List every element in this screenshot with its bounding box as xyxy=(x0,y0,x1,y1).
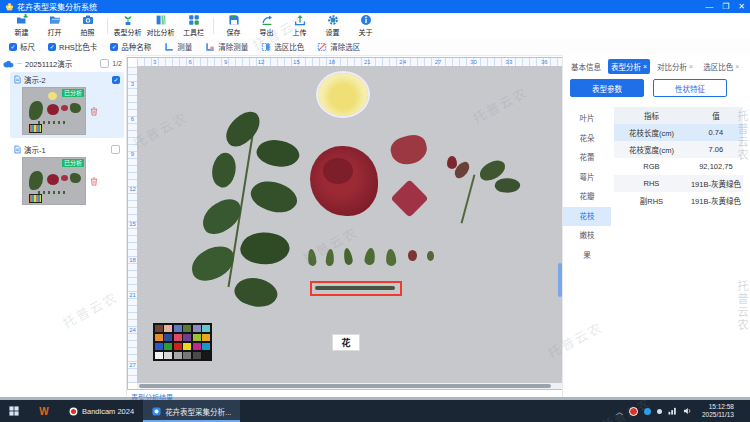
tray-bandicam-icon[interactable] xyxy=(629,407,638,416)
ruler-tick-label: 33 xyxy=(491,58,526,66)
flower-bud xyxy=(447,156,457,169)
rhs-card-checkbox[interactable]: ✓ RHS比色卡 xyxy=(48,41,97,52)
item-checkbox[interactable] xyxy=(111,145,120,154)
new-button[interactable]: 新建 xyxy=(5,14,38,37)
sidebar-group-row[interactable]: ─ 20251112演示 1/2 xyxy=(0,55,126,71)
tab-region-color[interactable]: 选区比色 × xyxy=(700,59,742,74)
variety-label: 花 xyxy=(332,334,360,351)
tab-close-icon[interactable]: × xyxy=(735,63,739,70)
horizontal-scrollbar[interactable] xyxy=(137,383,562,389)
scrollbar-thumb[interactable] xyxy=(139,384,551,388)
tab-basic-info[interactable]: 基本信息 xyxy=(568,59,604,74)
list-item[interactable]: 演示-1 已分析 xyxy=(10,142,124,208)
group-label: 20251112演示 xyxy=(25,58,72,69)
clock[interactable]: 15:12:58 2025/11/13 xyxy=(702,403,734,419)
toolbox-button[interactable]: 工具栏 xyxy=(177,14,210,37)
start-button[interactable] xyxy=(0,400,28,422)
category-flower-branch[interactable]: 花枝 xyxy=(563,207,611,227)
region-color-button[interactable]: 选区比色 xyxy=(261,41,304,52)
category-leaf[interactable]: 叶片 xyxy=(563,109,611,129)
volume-icon[interactable] xyxy=(683,407,692,415)
leaf xyxy=(206,150,242,191)
tray-blue-app-icon[interactable] xyxy=(644,408,651,415)
taskbar-app-flower-system[interactable]: 花卉表型采集分析... xyxy=(143,400,240,422)
close-button[interactable]: ✕ xyxy=(738,0,745,13)
ruler-tick-label: 9 xyxy=(208,58,243,66)
thumb-color-card xyxy=(29,124,42,133)
measure-button[interactable]: 测量 xyxy=(164,41,192,52)
rose-flower-center xyxy=(323,158,353,184)
phenotype-analysis-button[interactable]: 表型分析 xyxy=(111,14,144,37)
table-row: RGB 92,102,75 xyxy=(614,158,743,175)
tree-expander-icon[interactable]: ─ xyxy=(17,60,22,67)
save-icon xyxy=(228,14,240,26)
right-panel: 基本信息 表型分析 × 对比分析 × 选区比色 × xyxy=(562,55,750,397)
clear-region-button[interactable]: 清除选区 xyxy=(317,41,360,52)
sepal xyxy=(364,247,376,265)
ruler-tick-label: 6 xyxy=(172,58,207,66)
compare-analysis-button[interactable]: 对比分析 xyxy=(144,14,177,37)
tray-expand-icon[interactable]: ︿ xyxy=(616,406,623,416)
thumb-petal xyxy=(61,175,68,181)
maximize-button[interactable]: ❐ xyxy=(722,0,729,13)
ruler-checkbox[interactable]: ✓ 标尺 xyxy=(9,41,35,52)
category-petal[interactable]: 花瓣 xyxy=(563,187,611,207)
subtoolbar-button-label: 测量 xyxy=(177,41,192,52)
table-cell: 92,102,75 xyxy=(689,162,743,171)
item-thumbnail[interactable]: 已分析 xyxy=(22,87,86,135)
category-sepal[interactable]: 萼片 xyxy=(563,168,611,188)
clear-measure-button[interactable]: 清除测量 xyxy=(205,41,248,52)
table-header-row: 指标 值 xyxy=(614,107,743,124)
tab-label: 表型分析 xyxy=(611,61,641,72)
table-cell: RGB xyxy=(614,162,689,171)
tab-compare-analysis[interactable]: 对比分析 × xyxy=(654,59,696,74)
export-icon xyxy=(261,14,273,26)
panel-tabs: 基本信息 表型分析 × 对比分析 × 选区比色 × xyxy=(563,55,750,76)
leaf xyxy=(254,134,303,174)
phenotype-analysis-icon xyxy=(122,14,134,26)
w-app-icon[interactable]: W xyxy=(28,406,60,417)
toolbar-button-label: 上传 xyxy=(293,27,307,37)
checkbox-checked-icon: ✓ xyxy=(9,43,17,51)
item-thumbnail[interactable]: 已分析 xyxy=(22,157,86,205)
ruler-tick-label: 27 xyxy=(128,348,137,383)
tab-phenotype-analysis[interactable]: 表型分析 × xyxy=(608,59,650,74)
table-row: 花枝长度(cm) 0.74 xyxy=(614,124,743,141)
delete-icon[interactable] xyxy=(90,177,98,186)
item-checkbox[interactable]: ✓ xyxy=(112,76,120,84)
trait-features-button[interactable]: 性状特征 xyxy=(653,79,727,97)
upload-button[interactable]: 上传 xyxy=(283,14,316,37)
tab-close-icon[interactable]: × xyxy=(689,63,693,70)
network-icon[interactable] xyxy=(668,407,677,415)
export-button[interactable]: 导出 xyxy=(250,14,283,37)
image-canvas: 369121518212427303336 369121518212427 xyxy=(127,57,563,390)
ruler-tick-label: 36 xyxy=(527,58,562,66)
settings-button[interactable]: 设置 xyxy=(316,14,349,37)
variety-name-checkbox[interactable]: ✓ 品种名称 xyxy=(110,41,151,52)
list-item[interactable]: 演示-2 ✓ 已分析 xyxy=(10,72,124,138)
tray-misc-icon[interactable] xyxy=(657,409,662,414)
delete-icon[interactable] xyxy=(90,107,98,116)
tab-close-icon[interactable]: × xyxy=(643,63,647,70)
photo-button[interactable]: 拍照 xyxy=(71,14,104,37)
selection-rectangle[interactable] xyxy=(310,281,402,296)
sidebar: ─ 20251112演示 1/2 演示-2 ✓ xyxy=(0,55,127,397)
category-bud[interactable]: 花蕾 xyxy=(563,148,611,168)
leaf xyxy=(247,173,302,221)
save-button[interactable]: 保存 xyxy=(217,14,250,37)
tab-label: 选区比色 xyxy=(703,61,733,72)
category-young-branch[interactable]: 嫩枝 xyxy=(563,226,611,246)
specimen-photo[interactable]: 花 xyxy=(137,66,562,383)
category-flower[interactable]: 花朵 xyxy=(563,129,611,149)
taskbar-app-bandicam[interactable]: Bandicam 2024 xyxy=(60,400,143,422)
open-button[interactable]: 打开 xyxy=(38,14,71,37)
subtoolbar-button-label: 选区比色 xyxy=(274,41,304,52)
toolbar-button-label: 关于 xyxy=(359,27,373,37)
item-name: 演示-1 xyxy=(24,144,46,155)
minimize-button[interactable]: — xyxy=(705,0,713,13)
panel-body: 叶片 花朵 花蕾 萼片 花瓣 花枝 嫩枝 果 指标 值 xyxy=(563,101,750,265)
phenotype-params-button[interactable]: 表型参数 xyxy=(570,79,644,97)
about-button[interactable]: 关于 xyxy=(349,14,382,37)
group-checkbox[interactable] xyxy=(100,59,109,68)
category-fruit[interactable]: 果 xyxy=(563,246,611,266)
